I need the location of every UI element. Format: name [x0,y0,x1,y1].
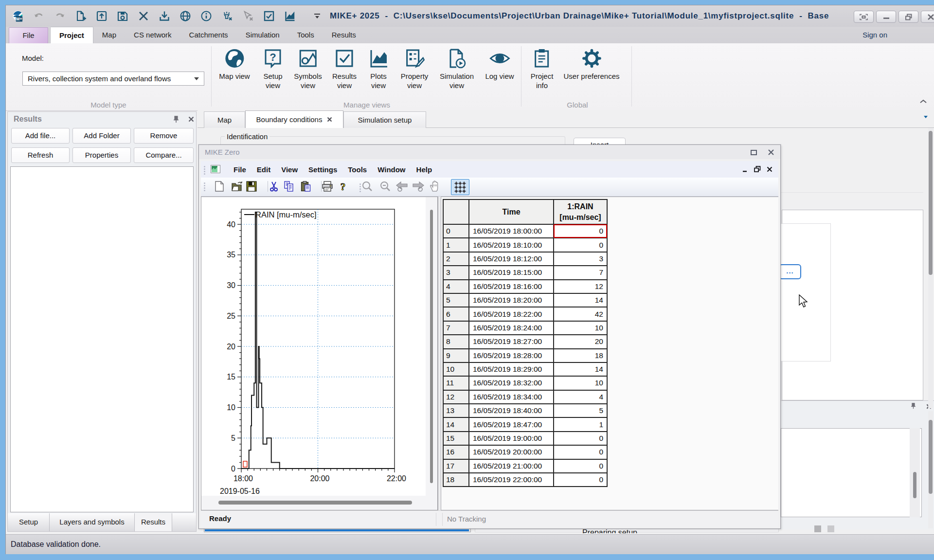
minimize-button[interactable] [876,11,896,23]
sign-on-link[interactable]: Sign on [862,27,887,43]
mz-zoom-in-button[interactable] [361,180,374,193]
rain-value-cell[interactable]: 18 [554,349,607,362]
splitter-square[interactable] [827,525,834,532]
panel-scrollbar-thumb[interactable] [913,472,916,498]
mz-paste-button[interactable] [299,180,312,193]
validation-off-icon[interactable] [221,10,233,22]
checkbox-icon[interactable] [263,10,275,22]
mdi-close-button[interactable] [766,165,773,173]
mike-zero-maximize-button[interactable] [749,148,758,156]
rain-value-cell[interactable]: 12 [554,280,607,293]
mz-prev-button[interactable] [395,180,408,193]
chart-vscrollbar-thumb[interactable] [430,210,433,483]
mz-copy-button[interactable] [283,180,295,193]
refresh-button[interactable]: Refresh [11,147,70,163]
row-index-cell[interactable]: 10 [443,362,469,376]
row-index-cell[interactable]: 4 [443,280,469,293]
fit-screen-button[interactable] [854,11,874,23]
mdi-restore-button[interactable] [754,165,761,173]
row-index-cell[interactable]: 12 [443,390,469,404]
new-file-icon[interactable] [75,10,87,22]
time-cell[interactable]: 16/05/2019 18:34:00 [469,390,554,404]
row-index-cell[interactable]: 2 [443,252,469,266]
time-cell[interactable]: 16/05/2019 20:00:00 [469,445,554,459]
menu-tools[interactable]: Tools [342,165,372,174]
compare-button[interactable]: Compare... [134,147,194,163]
row-index-cell[interactable]: 17 [443,459,469,473]
row-index-cell[interactable]: 13 [443,404,469,417]
time-cell[interactable]: 16/05/2019 18:20:00 [469,293,554,307]
tab-map[interactable]: Map [93,27,125,43]
rain-value-cell[interactable]: 0 [554,445,607,459]
map-view-button[interactable]: Map view [219,47,250,81]
mz-save-button[interactable] [245,180,258,193]
row-index-cell[interactable]: 14 [443,417,469,431]
mikeplus-logo-icon[interactable]: M+ [12,10,24,22]
properties-button[interactable]: Properties [72,147,131,163]
row-index-cell[interactable]: 7 [443,321,469,335]
save-icon[interactable] [117,10,128,22]
close-tab-icon[interactable] [327,117,332,122]
tab-results[interactable]: Results [323,27,365,43]
mike-zero-close-button[interactable] [767,148,775,156]
time-cell[interactable]: 16/05/2019 18:29:00 [469,362,554,376]
splitter-square[interactable] [814,525,821,532]
row-index-cell[interactable]: 8 [443,335,469,348]
mz-pan-button[interactable] [428,180,441,193]
tab-list-caret-icon[interactable] [923,115,929,120]
grid-view-button[interactable] [451,179,469,195]
mz-help-button[interactable]: ? [337,180,349,193]
time-cell[interactable]: 16/05/2019 18:40:00 [469,404,554,417]
rain-value-cell[interactable]: 0 [554,238,607,252]
rain-value-cell[interactable]: 14 [554,293,607,307]
editor-scrollbar-thumb[interactable] [929,131,933,275]
mz-open-button[interactable] [231,180,243,193]
time-cell[interactable]: 16/05/2019 18:28:00 [469,349,554,362]
chart-pane[interactable]: 051015202530354018:0020:0022:002019-05-1… [201,197,438,510]
mike-zero-titlebar[interactable]: MIKE Zero [199,145,780,159]
close-x-icon[interactable] [138,10,149,22]
browse-button[interactable]: ... [779,264,801,279]
row-index-cell[interactable]: 3 [443,266,469,279]
customize-caret-icon[interactable] [314,10,321,22]
add-file-button[interactable]: Add file... [11,128,70,144]
menu-settings[interactable]: Settings [303,165,342,174]
model-type-select[interactable]: Rivers, collection system and overland f… [22,72,204,86]
results-file-list[interactable] [10,166,194,512]
setup-view-button[interactable]: ?Setup view [262,47,284,90]
tab-tools[interactable]: Tools [288,27,323,43]
results-view-button[interactable]: Results view [332,47,357,90]
rain-value-cell[interactable]: 0 [554,432,607,445]
tab-project[interactable]: Project [50,27,93,43]
time-cell[interactable]: 16/05/2019 18:12:00 [469,252,554,266]
row-index-cell[interactable]: 16 [443,445,469,459]
rain-value-cell[interactable]: 20 [554,335,607,348]
rain-value-cell[interactable]: 0 [554,473,607,487]
select-off-icon[interactable] [242,10,254,22]
row-index-cell[interactable]: 5 [443,293,469,307]
row-index-cell[interactable]: 15 [443,432,469,445]
mz-next-button[interactable] [412,180,425,193]
menu-edit[interactable]: Edit [251,165,276,174]
time-cell[interactable]: 16/05/2019 19:00:00 [469,432,554,445]
time-cell[interactable]: 16/05/2019 18:27:00 [469,335,554,348]
doc-tab-map[interactable]: Map [204,111,245,128]
chart-icon[interactable] [284,10,296,22]
project-info-button[interactable]: Project info [531,47,554,90]
redo-icon[interactable] [54,10,66,22]
time-cell[interactable]: 16/05/2019 18:16:00 [469,280,554,293]
doc-tab-simulation-setup[interactable]: Simulation setup [343,111,426,128]
tab-results[interactable]: Results [135,513,172,531]
globe-icon[interactable] [180,10,191,22]
rain-value-cell[interactable]: 10 [554,376,607,390]
time-cell[interactable]: 16/05/2019 18:00:00 [469,224,554,238]
rain-value-cell[interactable]: 0 [554,224,607,238]
user-preferences-button[interactable]: User preferences [563,47,619,81]
pin-icon[interactable] [172,115,180,124]
menu-help[interactable]: Help [411,165,438,174]
mz-cut-button[interactable] [268,180,280,193]
time-cell[interactable]: 16/05/2019 22:00:00 [469,473,554,487]
mdi-minimize-button[interactable] [741,165,749,173]
doc-tab-boundary-conditions[interactable]: Boundary conditions [245,110,343,128]
time-cell[interactable]: 16/05/2019 18:24:00 [469,321,554,335]
